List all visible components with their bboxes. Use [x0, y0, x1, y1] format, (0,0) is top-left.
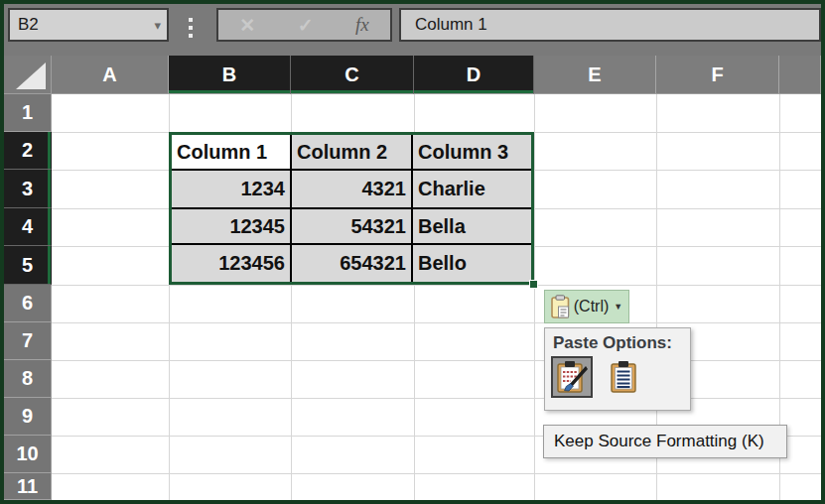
- column-header-C[interactable]: C: [291, 56, 414, 94]
- cell-B4[interactable]: 12345: [172, 209, 290, 243]
- row-header-6[interactable]: 6: [4, 285, 52, 322]
- select-all-triangle-icon: [16, 63, 46, 89]
- row-header-7[interactable]: 7: [4, 322, 52, 360]
- column-header-F[interactable]: F: [656, 56, 779, 94]
- excel-window: B2 ▾ ✕ ✓ fx Column 1 ABCDEF 123456789101…: [0, 0, 825, 504]
- gridline: [52, 360, 821, 361]
- row-header-2[interactable]: 2: [4, 132, 52, 170]
- keep-source-formatting-icon: [556, 360, 588, 394]
- name-box[interactable]: B2 ▾: [8, 8, 169, 42]
- row-header-8[interactable]: 8: [4, 360, 52, 398]
- column-header-B[interactable]: B: [169, 56, 291, 94]
- formula-bar-drag-handle-icon: [189, 18, 193, 38]
- gridline: [52, 398, 821, 399]
- gridline: [52, 473, 821, 474]
- row-header-3[interactable]: 3: [4, 170, 52, 208]
- row-header-4[interactable]: 4: [4, 208, 52, 246]
- select-all-button[interactable]: [4, 56, 52, 94]
- column-header-E[interactable]: E: [534, 56, 656, 94]
- enter-icon: ✓: [298, 14, 314, 37]
- cell-B3[interactable]: 1234: [172, 171, 290, 207]
- name-box-dropdown-icon[interactable]: ▾: [154, 18, 161, 33]
- paste-clipboard-option[interactable]: [603, 356, 644, 398]
- cell-D5[interactable]: Bello: [413, 245, 531, 282]
- column-header-D[interactable]: D: [414, 56, 534, 94]
- row-header-5[interactable]: 5: [4, 246, 52, 285]
- cell-D3[interactable]: Charlie: [413, 171, 531, 207]
- insert-function-icon[interactable]: fx: [355, 14, 369, 36]
- cell-D2[interactable]: Column 3: [413, 135, 531, 169]
- cancel-icon: ✕: [239, 14, 255, 37]
- cell-D4[interactable]: Bella: [413, 209, 531, 243]
- paste-clipboard-icon: [610, 360, 637, 394]
- gridline: [534, 94, 535, 500]
- column-header-partial[interactable]: [779, 56, 821, 94]
- gridline: [52, 285, 821, 286]
- paste-options-panel: Paste Options:: [544, 327, 691, 411]
- gridline: [52, 322, 821, 323]
- tooltip: Keep Source Formatting (K): [543, 425, 787, 458]
- formula-buttons: ✕ ✓ fx: [216, 8, 392, 42]
- row-header-10[interactable]: 10: [4, 436, 52, 473]
- fill-handle[interactable]: [529, 280, 538, 289]
- row-header-1[interactable]: 1: [4, 94, 52, 132]
- paste-options-button[interactable]: (Ctrl) ▼: [544, 290, 629, 323]
- name-box-value: B2: [18, 15, 39, 35]
- paste-button-label: (Ctrl): [574, 298, 610, 315]
- cell-C2[interactable]: Column 2: [292, 135, 411, 169]
- column-header-A[interactable]: A: [52, 56, 169, 94]
- formula-bar[interactable]: Column 1: [399, 8, 821, 42]
- cell-C5[interactable]: 654321: [292, 245, 411, 282]
- row-header-11[interactable]: 11: [4, 473, 52, 500]
- cell-C4[interactable]: 54321: [292, 209, 411, 243]
- paste-options-title: Paste Options:: [553, 333, 690, 353]
- paste-dropdown-icon: ▼: [614, 302, 622, 312]
- cell-B2[interactable]: Column 1: [172, 135, 290, 169]
- formula-bar-content: Column 1: [415, 15, 487, 35]
- cell-B5[interactable]: 123456: [172, 245, 290, 282]
- tooltip-text: Keep Source Formatting (K): [554, 432, 764, 451]
- paste-clipboard-small-icon: [551, 295, 570, 318]
- row-header-9[interactable]: 9: [4, 398, 52, 436]
- cell-C3[interactable]: 4321: [292, 171, 411, 207]
- keep-source-formatting-option[interactable]: [551, 356, 593, 398]
- selected-range-b2-d5[interactable]: Column 1Column 2Column 312344321Charlie1…: [169, 132, 534, 285]
